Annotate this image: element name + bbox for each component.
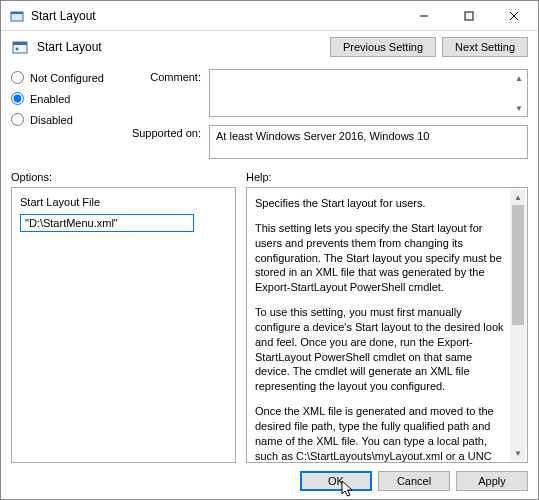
- help-p3: To use this setting, you must first manu…: [255, 305, 507, 394]
- radio-disabled-label: Disabled: [30, 114, 73, 126]
- radio-not-configured[interactable]: Not Configured: [11, 71, 121, 84]
- scroll-down-icon[interactable]: ▼: [511, 100, 527, 116]
- help-scrollbar[interactable]: ▲ ▼: [510, 189, 526, 461]
- header-row: Start Layout Previous Setting Next Setti…: [1, 31, 538, 69]
- radio-not-configured-input[interactable]: [11, 71, 24, 84]
- comment-scrollbar[interactable]: ▲ ▼: [511, 70, 527, 116]
- svg-rect-7: [13, 42, 27, 45]
- help-p1: Specifies the Start layout for users.: [255, 196, 507, 211]
- app-icon: [9, 8, 25, 24]
- options-heading: Options:: [11, 171, 236, 183]
- close-button[interactable]: [491, 1, 536, 30]
- ok-button[interactable]: OK: [300, 471, 372, 491]
- lower-panels: Options: Start Layout File Help: Specifi…: [1, 165, 538, 463]
- apply-button[interactable]: Apply: [456, 471, 528, 491]
- supported-on-label: Supported on:: [121, 125, 201, 139]
- help-column: Help: Specifies the Start layout for use…: [246, 171, 528, 463]
- radio-disabled[interactable]: Disabled: [11, 113, 121, 126]
- help-p2: This setting lets you specify the Start …: [255, 221, 507, 295]
- config-row: Not Configured Enabled Disabled Comment:…: [1, 69, 538, 165]
- scroll-track[interactable]: [510, 205, 526, 445]
- svg-point-8: [16, 48, 19, 51]
- scroll-up-icon[interactable]: ▲: [511, 70, 527, 86]
- scroll-up-icon[interactable]: ▲: [510, 189, 526, 205]
- window-buttons: [401, 1, 536, 30]
- scroll-track[interactable]: [511, 86, 527, 100]
- previous-setting-button[interactable]: Previous Setting: [330, 37, 436, 57]
- scroll-thumb[interactable]: [512, 205, 524, 325]
- header-label: Start Layout: [37, 40, 322, 54]
- window-title: Start Layout: [31, 9, 401, 23]
- scroll-down-icon[interactable]: ▼: [510, 445, 526, 461]
- ok-button-label: OK: [328, 475, 344, 487]
- help-panel: Specifies the Start layout for users. Th…: [246, 187, 528, 463]
- maximize-button[interactable]: [446, 1, 491, 30]
- title-bar: Start Layout: [1, 1, 538, 31]
- radio-not-configured-label: Not Configured: [30, 72, 104, 84]
- comment-input[interactable]: ▲ ▼: [209, 69, 528, 117]
- svg-rect-1: [11, 12, 23, 14]
- policy-icon: [11, 38, 29, 56]
- options-panel: Start Layout File: [11, 187, 236, 463]
- radio-disabled-input[interactable]: [11, 113, 24, 126]
- cancel-button[interactable]: Cancel: [378, 471, 450, 491]
- minimize-button[interactable]: [401, 1, 446, 30]
- window-root: Start Layout Start Layout Previous Setti…: [0, 0, 539, 500]
- setting-nav: Previous Setting Next Setting: [330, 37, 528, 57]
- footer-buttons: OK Cancel Apply: [1, 463, 538, 499]
- supported-on-value: At least Windows Server 2016, Windows 10: [209, 125, 528, 159]
- start-layout-file-input[interactable]: [20, 214, 194, 232]
- help-p4: Once the XML file is generated and moved…: [255, 404, 507, 463]
- svg-rect-3: [465, 12, 473, 20]
- comment-column: Comment: ▲ ▼ Supported on: At least Wind…: [121, 69, 528, 159]
- options-column: Options: Start Layout File: [11, 171, 236, 463]
- radio-enabled[interactable]: Enabled: [11, 92, 121, 105]
- help-text: Specifies the Start layout for users. Th…: [255, 196, 507, 463]
- help-heading: Help:: [246, 171, 528, 183]
- state-radios: Not Configured Enabled Disabled: [11, 69, 121, 159]
- radio-enabled-label: Enabled: [30, 93, 70, 105]
- comment-label: Comment:: [121, 69, 201, 83]
- radio-enabled-input[interactable]: [11, 92, 24, 105]
- next-setting-button[interactable]: Next Setting: [442, 37, 528, 57]
- start-layout-file-label: Start Layout File: [20, 196, 227, 208]
